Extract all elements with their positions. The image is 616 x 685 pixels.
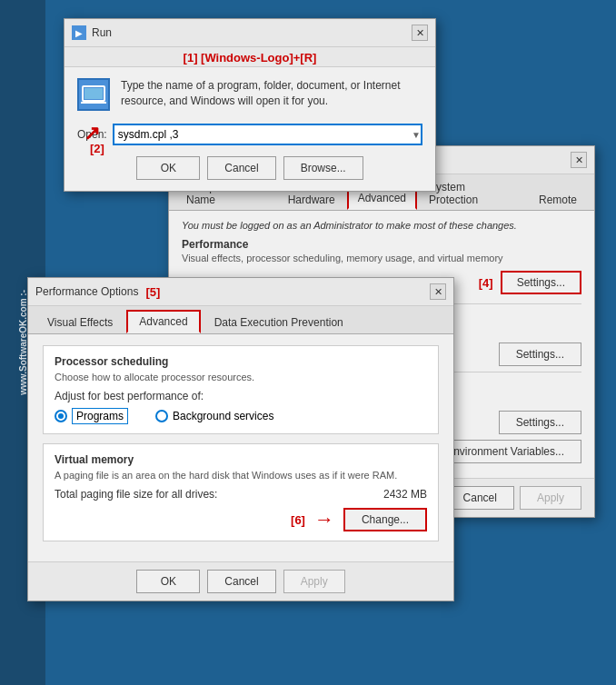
perf-titlebar-left: Performance Options [5]: [35, 285, 160, 299]
run-icon: ▶: [72, 25, 86, 40]
run-header: Type the name of a program, folder, docu…: [77, 78, 422, 111]
svg-rect-1: [84, 88, 103, 99]
perf-apply-button[interactable]: Apply: [283, 570, 345, 593]
perf-cancel-button[interactable]: Cancel: [207, 570, 275, 593]
processor-title: Processor scheduling: [55, 355, 427, 368]
watermark-text: www.SoftwareOK.com :-: [18, 290, 28, 395]
run-titlebar: ▶ Run ✕: [65, 19, 435, 47]
perf-content: Processor scheduling Choose how to alloc…: [28, 334, 453, 561]
bg-services-radio[interactable]: Background services: [155, 410, 273, 422]
user-profiles-settings-button[interactable]: Settings...: [499, 342, 581, 366]
perf-tab-dep[interactable]: Data Execution Prevention: [203, 312, 355, 333]
startup-settings-button[interactable]: Settings...: [499, 411, 581, 434]
tab-hardware[interactable]: Hardware: [278, 189, 345, 210]
bg-services-radio-dot: [155, 410, 168, 422]
performance-settings-button[interactable]: Settings...: [501, 271, 581, 294]
vm-change-row: [6] → Change...: [55, 508, 427, 531]
processor-scheduling-section: Processor scheduling Choose how to alloc…: [43, 345, 439, 434]
perf-close-button[interactable]: ✕: [430, 283, 446, 300]
programs-radio-dot: [55, 410, 67, 422]
titlebar-left: ▶ Run: [72, 25, 112, 40]
vm-desc: A paging file is an area on the hard dis…: [55, 470, 427, 481]
step2-label: [2]: [90, 142, 104, 155]
perf-tab-visual-effects[interactable]: Visual Effects: [35, 312, 124, 333]
run-dialog: ▶ Run ✕ [1] [Windows-Logo]+[R] Type the …: [64, 18, 436, 192]
step6-label: [6]: [291, 513, 305, 527]
perf-tabs: Visual Effects Advanced Data Execution P…: [28, 306, 453, 334]
run-shortcut-label: [1] [Windows-Logo]+[R]: [184, 51, 317, 65]
sys-cancel-button[interactable]: Cancel: [446, 486, 514, 510]
step5-label: [5]: [145, 285, 160, 299]
performance-desc: Visual effects, processor scheduling, me…: [182, 253, 581, 263]
run-buttons: OK Cancel Browse...: [77, 156, 422, 180]
perf-titlebar: Performance Options [5] ✕: [28, 278, 453, 306]
run-ok-button[interactable]: OK: [136, 156, 200, 180]
perf-ok-button[interactable]: OK: [136, 570, 200, 593]
run-open-row: Open: ↗ ▼: [77, 124, 422, 145]
perf-bottom-buttons: OK Cancel Apply: [28, 561, 453, 601]
run-title: Run: [92, 26, 112, 39]
dropdown-arrow-icon: ▼: [412, 130, 421, 140]
bg-services-label: Background services: [173, 410, 273, 422]
vm-title: Virtual memory: [55, 453, 427, 466]
performance-title: Performance: [182, 238, 581, 251]
sys-props-close-button[interactable]: ✕: [571, 152, 587, 168]
run-app-icon: [77, 78, 110, 111]
run-input[interactable]: [113, 124, 422, 145]
programs-label: Programs: [72, 408, 128, 424]
perf-tab-advanced[interactable]: Advanced: [126, 310, 200, 333]
run-close-button[interactable]: ✕: [412, 25, 428, 41]
paging-size-value: 2432 MB: [383, 488, 427, 501]
run-dialog-content: Type the name of a program, folder, docu…: [65, 67, 435, 191]
sys-notice: You must be logged on as an Administrato…: [182, 220, 581, 231]
virtual-memory-section: Virtual memory A paging file is an area …: [43, 443, 439, 541]
step4-label: [4]: [479, 276, 493, 290]
change-arrow-icon: →: [314, 508, 334, 531]
adjust-label: Adjust for best performance of:: [55, 390, 427, 402]
processor-desc: Choose how to allocate processor resourc…: [55, 372, 427, 382]
run-cancel-button[interactable]: Cancel: [207, 156, 275, 180]
sys-apply-button[interactable]: Apply: [520, 486, 581, 510]
radio-group: Programs Background services: [55, 408, 427, 424]
change-button[interactable]: Change...: [343, 508, 427, 531]
performance-options-dialog: Performance Options [5] ✕ Visual Effects…: [27, 277, 454, 601]
paging-size-label: Total paging file size for all drives:: [55, 488, 217, 501]
run-description: Type the name of a program, folder, docu…: [121, 78, 422, 109]
run-input-wrapper: ↗ ▼: [113, 124, 422, 145]
perf-title: Performance Options: [35, 285, 138, 298]
run-browse-button[interactable]: Browse...: [283, 156, 363, 180]
programs-radio[interactable]: Programs: [55, 408, 128, 424]
tab-remote[interactable]: Remote: [529, 189, 587, 210]
vm-size-row: Total paging file size for all drives: 2…: [55, 488, 427, 501]
